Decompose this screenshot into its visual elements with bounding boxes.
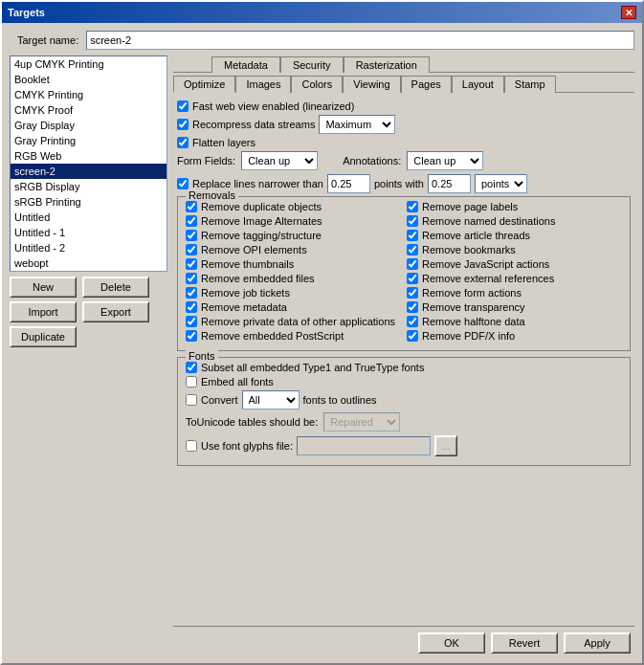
- remove-thumbnails-row: Remove thumbnails: [186, 258, 401, 270]
- replace-lines-checkbox[interactable]: [177, 178, 189, 189]
- glyph-file-checkbox[interactable]: [186, 440, 197, 452]
- apply-button[interactable]: Apply: [564, 632, 631, 654]
- remove-bookmarks-checkbox[interactable]: [407, 244, 418, 255]
- remove-javascript-checkbox[interactable]: [407, 258, 418, 270]
- ok-button[interactable]: OK: [418, 632, 485, 654]
- glyph-file-browse-button[interactable]: ...: [434, 435, 457, 456]
- fast-web-view-checkbox[interactable]: [177, 100, 189, 112]
- subset-all-checkbox[interactable]: [186, 362, 197, 373]
- remove-pdfx-checkbox[interactable]: [407, 330, 418, 342]
- target-name-input[interactable]: [86, 31, 634, 50]
- tab-security[interactable]: Security: [280, 56, 344, 73]
- tab-colors[interactable]: Colors: [291, 76, 343, 93]
- subset-all-row: Subset all embedded Type1 and TrueType f…: [186, 362, 622, 373]
- sidebar-item-gray-printing[interactable]: Gray Printing: [11, 133, 167, 148]
- recompress-checkbox[interactable]: [177, 119, 189, 130]
- remove-external-references-checkbox[interactable]: [407, 273, 418, 284]
- embed-all-checkbox[interactable]: [186, 376, 197, 388]
- embed-all-label: Embed all fonts: [201, 376, 274, 388]
- sidebar-item-untitled---2[interactable]: Untitled - 2: [11, 240, 167, 255]
- recompress-select[interactable]: Maximum High Medium Low None: [319, 115, 395, 134]
- remove-metadata-checkbox[interactable]: [186, 301, 197, 313]
- replace-lines-unit[interactable]: points mm inches: [475, 174, 527, 193]
- remove-pdfx-row: Remove PDF/X info: [407, 330, 622, 342]
- remove-tagging-row: Remove tagging/structure: [186, 230, 401, 241]
- sidebar-item-untitled[interactable]: Untitled: [11, 210, 167, 225]
- tab-images[interactable]: Images: [235, 76, 291, 93]
- remove-external-references-label: Remove external references: [422, 273, 554, 284]
- tounicode-select[interactable]: Repaired Removed Kept: [323, 412, 400, 432]
- remove-form-actions-checkbox[interactable]: [407, 287, 418, 299]
- delete-button[interactable]: Delete: [82, 277, 149, 298]
- remove-embedded-files-checkbox[interactable]: [186, 273, 197, 284]
- remove-duplicate-label: Remove duplicate objects: [201, 201, 322, 212]
- remove-metadata-row: Remove metadata: [186, 301, 401, 313]
- sidebar-item-rgb-web[interactable]: RGB Web: [11, 148, 167, 164]
- remove-private-data-checkbox[interactable]: [186, 316, 197, 327]
- remove-named-destinations-row: Remove named destinations: [407, 215, 622, 227]
- remove-job-tickets-label: Remove job tickets: [201, 287, 290, 299]
- close-button[interactable]: ✕: [621, 6, 636, 19]
- tab-rasterization[interactable]: Rasterization: [344, 56, 430, 73]
- remove-tagging-label: Remove tagging/structure: [201, 230, 322, 241]
- tab-viewing[interactable]: Viewing: [343, 76, 400, 93]
- remove-halftone-label: Remove halftone data: [422, 316, 525, 327]
- second-tab-bar: Optimize Images Colors Viewing Pages Lay…: [173, 75, 634, 93]
- sidebar-item-cmyk-printing[interactable]: CMYK Printing: [11, 87, 167, 102]
- replace-lines-value1[interactable]: [327, 174, 370, 193]
- remove-thumbnails-checkbox[interactable]: [186, 258, 197, 270]
- sidebar-item-booklet[interactable]: Booklet: [11, 72, 167, 87]
- duplicate-button[interactable]: Duplicate: [10, 326, 77, 347]
- remove-embedded-files-row: Remove embedded files: [186, 273, 401, 284]
- export-button[interactable]: Export: [82, 301, 149, 322]
- import-button[interactable]: Import: [10, 301, 77, 322]
- remove-article-threads-checkbox[interactable]: [407, 230, 418, 241]
- remove-embedded-postscript-label: Remove embedded PostScript: [201, 330, 344, 342]
- convert-label-before: Convert: [201, 394, 238, 406]
- title-bar: Targets ✕: [2, 2, 642, 23]
- remove-page-labels-checkbox[interactable]: [407, 201, 418, 212]
- remove-named-destinations-checkbox[interactable]: [407, 215, 418, 227]
- embed-all-row: Embed all fonts: [186, 376, 622, 388]
- remove-thumbnails-label: Remove thumbnails: [201, 258, 294, 270]
- new-button[interactable]: New: [10, 277, 77, 298]
- convert-checkbox[interactable]: [186, 394, 197, 406]
- glyph-file-input[interactable]: [297, 436, 431, 455]
- remove-tagging-checkbox[interactable]: [186, 230, 197, 241]
- sidebar-btn-row-2: Import Export: [10, 301, 167, 322]
- sidebar-item-cmyk-proof[interactable]: CMYK Proof: [11, 102, 167, 118]
- sidebar-item-untitled---1[interactable]: Untitled - 1: [11, 225, 167, 240]
- removals-section: Removals Remove duplicate objects: [177, 196, 631, 351]
- tab-pages[interactable]: Pages: [401, 76, 452, 93]
- tab-optimize[interactable]: Optimize: [173, 76, 235, 93]
- flatten-layers-label: Flatten layers: [192, 137, 255, 148]
- recompress-label: Recompress data streams: [192, 119, 315, 130]
- remove-transparency-checkbox[interactable]: [407, 301, 418, 313]
- sidebar-item-srgb-display[interactable]: sRGB Display: [11, 179, 167, 194]
- remove-named-destinations-label: Remove named destinations: [422, 215, 555, 227]
- sidebar-item-srgb-printing[interactable]: sRGB Printing: [11, 194, 167, 210]
- sidebar-item-screen-2[interactable]: screen-2: [11, 164, 167, 179]
- form-fields-select[interactable]: Clean up Remove Keep: [241, 151, 318, 170]
- remove-transparency-label: Remove transparency: [422, 301, 525, 313]
- top-tab-bar: Metadata Security Rasterization: [173, 55, 634, 73]
- recompress-row: Recompress data streams Maximum High Med…: [177, 115, 631, 134]
- remove-halftone-checkbox[interactable]: [407, 316, 418, 327]
- remove-duplicate-checkbox[interactable]: [186, 201, 197, 212]
- remove-embedded-postscript-checkbox[interactable]: [186, 330, 197, 342]
- sidebar-item-webopt[interactable]: webopt: [11, 255, 167, 271]
- annotations-select[interactable]: Clean up Remove Keep: [407, 151, 483, 170]
- remove-job-tickets-checkbox[interactable]: [186, 287, 197, 299]
- replace-lines-value2[interactable]: [428, 174, 471, 193]
- convert-label-after: fonts to outlines: [303, 394, 377, 406]
- remove-opi-checkbox[interactable]: [186, 244, 197, 255]
- tab-stamp[interactable]: Stamp: [504, 76, 556, 93]
- flatten-layers-checkbox[interactable]: [177, 137, 189, 148]
- tab-layout[interactable]: Layout: [452, 76, 504, 93]
- remove-image-alternates-checkbox[interactable]: [186, 215, 197, 227]
- revert-button[interactable]: Revert: [491, 632, 558, 654]
- convert-select[interactable]: All Type1 TrueType CFF: [242, 390, 300, 410]
- sidebar-item-4up-cmyk-printing[interactable]: 4up CMYK Printing: [11, 56, 167, 72]
- sidebar-item-gray-display[interactable]: Gray Display: [11, 118, 167, 133]
- tab-metadata[interactable]: Metadata: [211, 56, 280, 73]
